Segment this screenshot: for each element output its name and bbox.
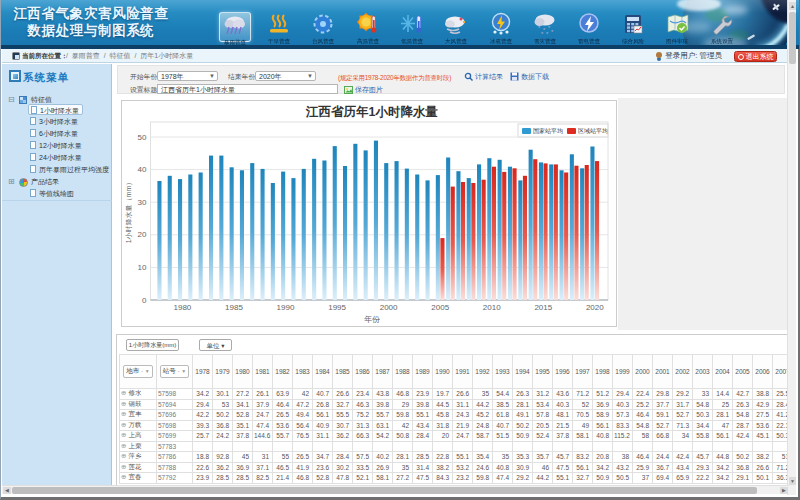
svg-text:30: 30	[138, 198, 147, 207]
svg-text:区域站平均: 区域站平均	[578, 127, 608, 135]
svg-text:*: *	[551, 29, 554, 35]
svg-text:1995: 1995	[328, 303, 346, 312]
svg-text:1980: 1980	[174, 303, 192, 312]
svg-text:20: 20	[138, 230, 147, 239]
svg-text:10: 10	[138, 263, 147, 272]
svg-text:国家站平均: 国家站平均	[533, 127, 563, 135]
svg-text:2005: 2005	[431, 303, 449, 312]
svg-text:江西省历年1小时降水量: 江西省历年1小时降水量	[305, 105, 438, 119]
svg-text:40: 40	[138, 165, 147, 174]
svg-text:1985: 1985	[225, 303, 243, 312]
svg-text:2000: 2000	[380, 303, 398, 312]
svg-text:0: 0	[142, 296, 147, 305]
svg-text:*: *	[546, 31, 549, 36]
svg-text:2015: 2015	[534, 303, 552, 312]
svg-text:年份: 年份	[364, 315, 380, 324]
svg-text:1小时降水量（mm）: 1小时降水量（mm）	[125, 179, 133, 244]
svg-text:2010: 2010	[483, 303, 501, 312]
svg-text:1990: 1990	[277, 303, 295, 312]
svg-text:50: 50	[138, 133, 147, 142]
svg-text:2020: 2020	[586, 303, 604, 312]
